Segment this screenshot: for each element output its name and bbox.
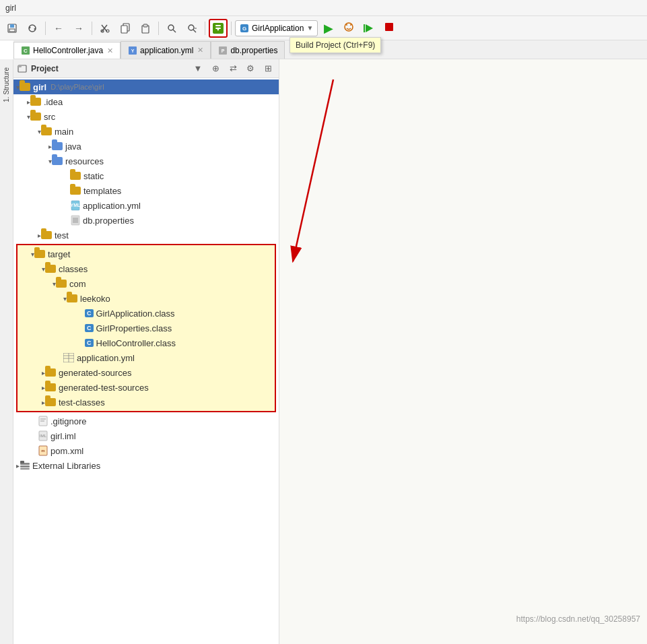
panel-settings-button[interactable]: ⚙ bbox=[244, 62, 257, 75]
tree-item-idea[interactable]: ▸ .idea bbox=[13, 94, 279, 109]
panel-options-button[interactable]: ▼ bbox=[191, 62, 205, 75]
panel-add-button[interactable]: ⊕ bbox=[209, 62, 222, 75]
tab-application-yml[interactable]: Y application.yml ✕ bbox=[121, 41, 211, 59]
tree-item-src[interactable]: ▾ src bbox=[13, 109, 279, 124]
sep3 bbox=[158, 22, 159, 35]
hello-ctrl-class-label: HelloController.class bbox=[96, 338, 176, 348]
com-label: com bbox=[69, 279, 86, 289]
tree-item-com[interactable]: ▾ com bbox=[18, 276, 275, 291]
save-all-button[interactable] bbox=[3, 19, 22, 38]
tree-item-java[interactable]: ▸ java bbox=[13, 139, 279, 154]
svg-rect-12 bbox=[143, 24, 147, 27]
cut-button[interactable] bbox=[96, 19, 114, 38]
stop-button[interactable] bbox=[380, 19, 399, 38]
project-icon bbox=[18, 64, 27, 73]
run-button[interactable]: ▶ bbox=[319, 19, 338, 38]
tree-item-classes[interactable]: ▾ classes bbox=[18, 261, 275, 276]
paste-button[interactable] bbox=[136, 19, 155, 38]
svg-line-16 bbox=[193, 30, 196, 32]
tree-item-target[interactable]: ▾ target bbox=[18, 247, 275, 261]
build-button[interactable]: ▼ bbox=[209, 19, 228, 38]
tooltip-text: Build Project (Ctrl+F9) bbox=[296, 40, 375, 50]
pom-label: pom.xml bbox=[50, 446, 83, 456]
back-button[interactable]: ← bbox=[49, 19, 68, 38]
generated-sources-label: generated-sources bbox=[59, 368, 131, 378]
classes-label: classes bbox=[59, 264, 88, 274]
tab-db-properties[interactable]: P db.properties bbox=[211, 41, 285, 59]
run-config-selector[interactable]: G GirlApplication ▼ bbox=[235, 20, 318, 36]
main-content: 1. Structure Project ▼ ⊕ ⇄ ⚙ ⊞ ▾ girl D:… bbox=[0, 59, 647, 644]
tree-item-hello-controller-class[interactable]: C HelloController.class bbox=[18, 335, 275, 350]
java-label: java bbox=[65, 141, 81, 152]
debug-button[interactable] bbox=[339, 19, 358, 38]
svg-point-25 bbox=[346, 24, 347, 26]
static-label: static bbox=[83, 171, 104, 181]
tree-item-girl-properties-class[interactable]: C GirlProperties.class bbox=[18, 321, 275, 335]
tab-close-yml[interactable]: ✕ bbox=[197, 46, 203, 55]
iml-icon: IML bbox=[38, 430, 48, 441]
tree-item-main[interactable]: ▾ main bbox=[13, 124, 279, 139]
svg-line-14 bbox=[173, 30, 176, 32]
tree-item-test[interactable]: ▸ test bbox=[13, 228, 279, 243]
build-tooltip: Build Project (Ctrl+F9) bbox=[290, 37, 381, 53]
girl-label: girl bbox=[33, 82, 46, 92]
svg-rect-58 bbox=[20, 468, 30, 470]
tree-item-girl-application-class[interactable]: C GirlApplication.class bbox=[18, 306, 275, 321]
db-prop-icon bbox=[70, 215, 81, 226]
svg-line-61 bbox=[293, 79, 333, 261]
svg-rect-2 bbox=[9, 29, 15, 32]
tree-item-generated-test-sources[interactable]: ▸ generated-test-sources bbox=[18, 380, 275, 395]
girl-props-class-label: GirlProperties.class bbox=[96, 323, 172, 333]
tree-item-external-libraries[interactable]: ▸ External Libraries bbox=[13, 458, 279, 473]
synchronize-button[interactable] bbox=[23, 19, 42, 38]
find-button[interactable] bbox=[162, 19, 181, 38]
tree-item-girl-iml[interactable]: IML girl.iml bbox=[13, 428, 279, 443]
svg-rect-37 bbox=[18, 65, 22, 67]
title-bar: girl bbox=[0, 0, 647, 16]
generated-test-sources-label: generated-test-sources bbox=[59, 383, 149, 393]
tree-item-gitignore[interactable]: .gitignore bbox=[13, 414, 279, 428]
sep4 bbox=[205, 22, 205, 35]
tab-close-hello[interactable]: ✕ bbox=[107, 46, 113, 55]
tree-item-pom-xml[interactable]: m pom.xml bbox=[13, 443, 279, 458]
svg-rect-1 bbox=[10, 24, 14, 28]
svg-marker-27 bbox=[366, 24, 373, 32]
svg-rect-57 bbox=[20, 465, 30, 468]
tree-item-resources[interactable]: ▾ resources bbox=[13, 154, 279, 168]
forward-button[interactable]: → bbox=[69, 19, 88, 38]
gitignore-label: .gitignore bbox=[50, 416, 86, 426]
coverage-button[interactable] bbox=[360, 19, 378, 38]
panel-expand-button[interactable]: ⊞ bbox=[261, 62, 275, 75]
file-tree: ▾ girl D:\playPlace\girl ▸ .idea ▾ src bbox=[13, 78, 279, 644]
tree-item-generated-sources[interactable]: ▸ generated-sources bbox=[18, 365, 275, 380]
tree-item-girl[interactable]: ▾ girl D:\playPlace\girl bbox=[13, 79, 279, 94]
panel-sync-button[interactable]: ⇄ bbox=[226, 62, 240, 75]
tree-item-leekoko[interactable]: ▾ leekoko bbox=[18, 291, 275, 306]
tree-item-application-yml-target[interactable]: application.yml bbox=[18, 350, 275, 365]
window-title: girl bbox=[5, 3, 16, 13]
tree-item-templates[interactable]: templates bbox=[13, 183, 279, 198]
db-prop-label: db.properties bbox=[83, 216, 134, 226]
tab-hello-controller[interactable]: C HelloController.java ✕ bbox=[13, 42, 121, 59]
side-strip: 1. Structure bbox=[0, 59, 13, 644]
find-usages-button[interactable] bbox=[182, 19, 201, 38]
svg-text:P: P bbox=[222, 49, 225, 53]
tree-item-test-classes[interactable]: ▸ test-classes bbox=[18, 395, 275, 410]
leekoko-label: leekoko bbox=[80, 294, 110, 304]
target-label: target bbox=[48, 249, 70, 259]
copy-button[interactable] bbox=[116, 19, 135, 38]
tree-item-application-yml[interactable]: YML application.yml bbox=[13, 198, 279, 213]
run-config-label: GirlApplication bbox=[252, 24, 304, 33]
tree-item-db-properties[interactable]: db.properties bbox=[13, 213, 279, 228]
svg-text:G: G bbox=[242, 26, 246, 32]
src-label: src bbox=[44, 112, 55, 122]
tab-label-db: db.properties bbox=[230, 46, 277, 55]
girl-app-class-icon: C bbox=[85, 309, 94, 317]
editor-area bbox=[279, 59, 647, 644]
editor-content bbox=[279, 59, 647, 644]
svg-point-24 bbox=[345, 23, 353, 31]
svg-rect-20 bbox=[215, 25, 221, 26]
tree-item-static[interactable]: static bbox=[13, 168, 279, 183]
svg-rect-29 bbox=[385, 23, 393, 31]
application-yml-label: application.yml bbox=[83, 201, 141, 211]
